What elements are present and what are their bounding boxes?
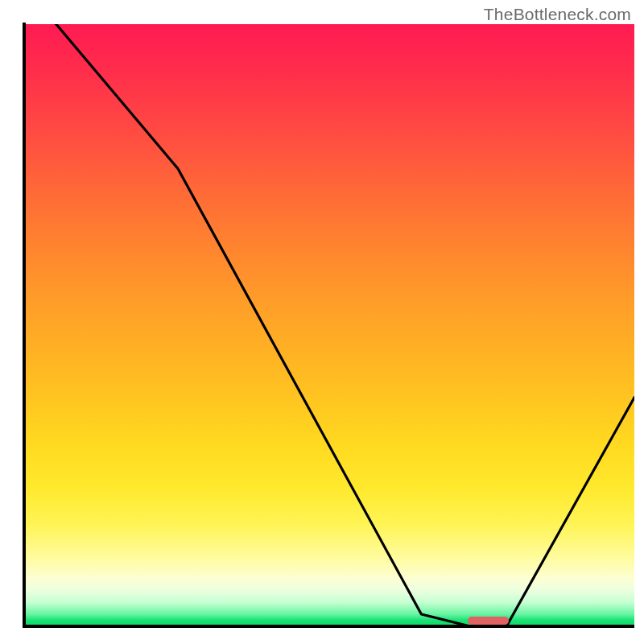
optimal-range-marker xyxy=(468,617,509,625)
plot-area xyxy=(26,24,634,626)
x-axis xyxy=(23,625,634,628)
curve-path xyxy=(26,24,634,626)
watermark-text: TheBottleneck.com xyxy=(484,5,631,24)
y-axis xyxy=(23,23,26,626)
chart-container: TheBottleneck.com xyxy=(0,0,644,644)
bottleneck-curve xyxy=(26,24,634,626)
